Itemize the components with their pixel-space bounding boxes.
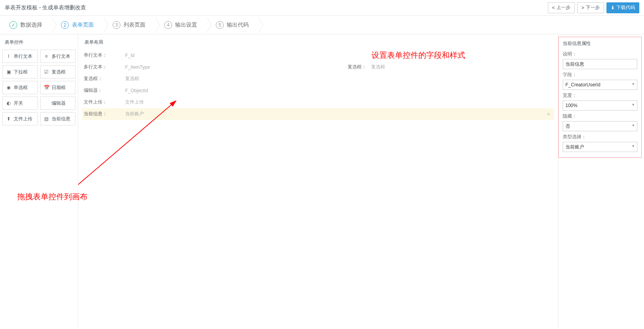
step-label-5: 输出代码 — [227, 21, 249, 29]
control-label: 多行文本 — [52, 53, 70, 60]
control-单选框[interactable]: ◉单选框 — [2, 81, 38, 94]
row-value: 复选框 — [125, 74, 554, 84]
control-label: 编辑器 — [52, 100, 66, 107]
step-output-code[interactable]: 5 输出代码 — [206, 16, 258, 34]
download-label: 下载代码 — [616, 4, 635, 11]
control-复选框[interactable]: ☑复选框 — [40, 65, 76, 79]
layout-row[interactable]: 文件上传：文件上传 — [82, 97, 554, 108]
control-当前信息[interactable]: ▤当前信息 — [40, 112, 76, 125]
step-label-3: 列表页面 — [124, 21, 145, 29]
controls-title: 表单控件 — [2, 38, 75, 50]
control-下拉框[interactable]: ▣下拉框 — [2, 65, 38, 79]
control-label: 开关 — [14, 100, 23, 107]
layout-row[interactable]: 当前信息：当前账户× — [82, 108, 554, 120]
step-label-4: 输出设置 — [175, 21, 197, 29]
properties-panel: 当前信息属性 说明： 字段： 宽度： 隐藏： 类型选择： — [558, 34, 644, 329]
row-label: 多行文本： — [82, 64, 125, 70]
wizard-steps: ✓ 数据选择 2 表单页面 3 列表页面 4 输出设置 5 输出代码 — [0, 16, 644, 34]
control-icon: ◐ — [6, 100, 11, 106]
control-icon: ⬆ — [6, 116, 11, 122]
step-num-5: 5 — [216, 21, 224, 29]
control-icon: ☑ — [44, 69, 49, 75]
chevron-right-icon: > — [581, 5, 584, 11]
field-select[interactable] — [563, 80, 637, 90]
control-日期框[interactable]: 📅日期框 — [40, 81, 76, 94]
row-value: F_Id — [125, 51, 554, 60]
control-开关[interactable]: ◐开关 — [2, 97, 38, 110]
control-icon: ▤ — [44, 116, 49, 122]
step-num-1: ✓ — [9, 21, 17, 29]
row-value: F_ObjectId — [125, 86, 554, 95]
chevron-left-icon: < — [552, 5, 555, 11]
control-label: 单选框 — [14, 84, 28, 91]
download-button[interactable]: ⬇ 下载代码 — [606, 2, 639, 13]
row-value: 当前账户 — [125, 109, 543, 119]
controls-panel: 表单控件 I单行文本≡多行文本▣下拉框☑复选框◉单选框📅日期框◐开关编辑器⬆文件… — [0, 34, 78, 329]
step-form-page[interactable]: 2 表单页面 — [52, 16, 103, 34]
step-label-2: 表单页面 — [72, 21, 94, 29]
row-label: 复选框： — [82, 75, 125, 82]
close-icon[interactable]: × — [543, 111, 554, 117]
layout-row[interactable]: 复选框：复选框 — [82, 73, 554, 85]
download-icon: ⬇ — [611, 5, 615, 11]
step-data-select[interactable]: ✓ 数据选择 — [0, 16, 52, 34]
control-单行文本[interactable]: I单行文本 — [2, 50, 38, 63]
control-label: 当前信息 — [52, 116, 70, 122]
control-label: 日期框 — [52, 84, 66, 91]
desc-input[interactable] — [563, 59, 637, 69]
next-label: 下一步 — [586, 4, 600, 11]
row-label: 文件上传： — [82, 99, 125, 105]
control-文件上传[interactable]: ⬆文件上传 — [2, 112, 38, 125]
row-value-2: 复选框 — [371, 62, 554, 72]
control-icon: 📅 — [44, 85, 49, 90]
layout-row[interactable]: 多行文本：F_ItemType复选框：复选框 — [82, 61, 554, 73]
props-title: 当前信息属性 — [563, 40, 637, 47]
hidden-label: 隐藏： — [563, 113, 637, 120]
row-label-2: 复选框： — [340, 64, 371, 70]
control-label: 复选框 — [52, 69, 66, 75]
next-button[interactable]: > 下一步 — [577, 2, 604, 13]
control-label: 单行文本 — [14, 53, 32, 60]
hidden-select[interactable] — [563, 121, 637, 131]
layout-row[interactable]: 编辑器：F_ObjectId — [82, 85, 554, 97]
desc-label: 说明： — [563, 51, 637, 57]
row-label: 编辑器： — [82, 87, 125, 94]
step-num-4: 4 — [164, 21, 172, 29]
control-icon: ◉ — [6, 85, 11, 90]
row-label: 单行文本： — [82, 52, 125, 59]
type-label: 类型选择： — [563, 134, 637, 140]
control-icon: I — [6, 54, 11, 59]
layout-row[interactable]: 单行文本：F_Id — [82, 50, 554, 61]
step-num-3: 3 — [113, 21, 120, 29]
width-label: 宽度： — [563, 92, 637, 99]
type-select[interactable] — [563, 142, 637, 152]
step-num-2: 2 — [61, 21, 69, 29]
step-output-settings[interactable]: 4 输出设置 — [155, 16, 206, 34]
step-label-1: 数据选择 — [20, 21, 42, 29]
prev-label: 上一步 — [556, 4, 570, 11]
control-icon: ▣ — [6, 69, 11, 75]
control-label: 下拉框 — [14, 69, 28, 75]
header-buttons: < 上一步 > 下一步 ⬇ 下载代码 — [548, 2, 639, 13]
width-select[interactable] — [563, 100, 637, 111]
prev-button[interactable]: < 上一步 — [548, 2, 575, 13]
row-label: 当前信息： — [82, 111, 125, 117]
control-icon: ≡ — [44, 54, 49, 59]
layout-title: 表单布局 — [82, 38, 554, 50]
row-value: 文件上传 — [125, 97, 554, 107]
canvas[interactable]: 表单布局 单行文本：F_Id多行文本：F_ItemType复选框：复选框复选框：… — [78, 34, 558, 329]
step-list-page[interactable]: 3 列表页面 — [103, 16, 155, 34]
row-value: F_ItemType — [125, 63, 340, 72]
field-label: 字段： — [563, 72, 637, 78]
page-title: 单表开发模板 - 生成单表增删改查 — [5, 4, 86, 11]
control-编辑器[interactable]: 编辑器 — [40, 97, 76, 110]
control-label: 文件上传 — [14, 116, 32, 122]
page-header: 单表开发模板 - 生成单表增删改查 < 上一步 > 下一步 ⬇ 下载代码 — [0, 0, 644, 16]
control-多行文本[interactable]: ≡多行文本 — [40, 50, 76, 63]
